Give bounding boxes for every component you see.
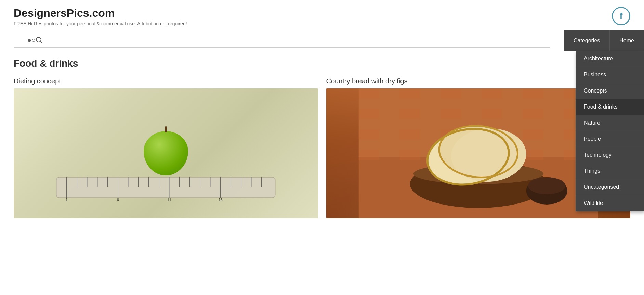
svg-rect-31	[358, 109, 379, 119]
dropdown-item-nature[interactable]: Nature	[576, 115, 644, 131]
svg-rect-43	[482, 109, 502, 119]
svg-line-1	[40, 41, 42, 43]
dropdown-item-food-drinks[interactable]: Food & drinks	[576, 99, 644, 115]
svg-rect-35	[399, 109, 420, 119]
image-card: Dieting concept 1	[14, 77, 318, 218]
header: DesignersPics.com FREE Hi-Res photos for…	[0, 0, 644, 30]
categories-dropdown: ArchitectureBusinessConceptsFood & drink…	[576, 51, 644, 211]
page-heading: Food & drinks	[14, 58, 630, 69]
nav-categories[interactable]: Categories	[564, 30, 610, 51]
svg-rect-30	[358, 88, 379, 99]
svg-point-0	[36, 37, 41, 42]
dropdown-item-technology[interactable]: Technology	[576, 147, 644, 163]
svg-rect-36	[399, 129, 420, 140]
svg-rect-34	[399, 88, 420, 99]
svg-rect-32	[358, 129, 379, 140]
dropdown-item-things[interactable]: Things	[576, 163, 644, 179]
svg-text:6: 6	[117, 198, 119, 202]
search-icon-svg	[36, 37, 43, 44]
svg-rect-37	[399, 150, 420, 160]
dropdown-item-uncategorised[interactable]: Uncategorised	[576, 179, 644, 195]
dropdown-item-architecture[interactable]: Architecture	[576, 51, 644, 67]
svg-text:11: 11	[167, 198, 171, 202]
dropdown-item-business[interactable]: Business	[576, 67, 644, 83]
svg-rect-42	[482, 88, 502, 99]
main-content: Food & drinks Dieting concept 1	[0, 51, 644, 225]
apple-scene: 1 6	[14, 88, 318, 218]
svg-rect-2	[56, 177, 275, 198]
dropdown-item-wild-life[interactable]: Wild life	[576, 195, 644, 211]
dropdown-item-concepts[interactable]: Concepts	[576, 83, 644, 99]
site-subtitle: FREE Hi-Res photos for your personal & c…	[14, 21, 187, 26]
svg-point-62	[528, 177, 565, 194]
svg-rect-39	[441, 109, 461, 119]
svg-rect-38	[441, 88, 461, 99]
svg-rect-48	[523, 129, 543, 140]
header-branding: DesignersPics.com FREE Hi-Res photos for…	[14, 7, 187, 26]
dropdown-item-people[interactable]: People	[576, 131, 644, 147]
search-icon: ●○	[27, 36, 36, 44]
svg-text:1: 1	[66, 198, 68, 202]
search-bar: ●○	[14, 33, 550, 48]
image-title: Dieting concept	[14, 77, 318, 85]
site-title: DesignersPics.com	[14, 7, 187, 19]
nav-items: Categories Home	[564, 30, 644, 51]
navbar: ●○ Categories Home ArchitectureBusinessC…	[0, 30, 644, 51]
svg-rect-46	[523, 88, 543, 99]
svg-text:16: 16	[219, 198, 223, 202]
image-grid: Dieting concept 1	[14, 77, 630, 218]
image-placeholder[interactable]: 1 6	[14, 88, 318, 218]
svg-rect-47	[523, 109, 543, 119]
svg-rect-33	[358, 150, 379, 160]
nav-home[interactable]: Home	[610, 30, 644, 51]
tape-svg: 1 6	[14, 174, 318, 205]
facebook-icon[interactable]: f	[612, 7, 630, 25]
apple-image	[144, 131, 188, 175]
